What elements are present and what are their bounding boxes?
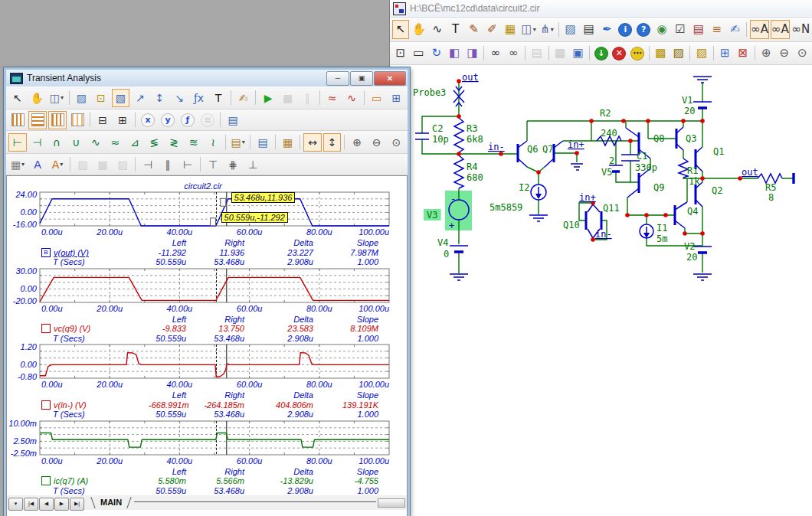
shape-tool[interactable]: ◫▾ <box>47 89 66 107</box>
zoom-in-button[interactable]: ⊕ <box>758 44 774 63</box>
zoom-scale-button[interactable]: ⊙ <box>387 133 405 152</box>
find-node-button[interactable]: ∞N <box>791 20 810 39</box>
crosshair-cursor-button[interactable]: ⊞ <box>113 111 132 129</box>
stop-button[interactable]: ■ <box>279 89 297 107</box>
zoom-in-button[interactable]: ⊕ <box>348 133 366 152</box>
bring-front-button[interactable]: ▩ <box>93 155 112 174</box>
low-button[interactable]: ≈ <box>106 133 125 152</box>
rotate-tool[interactable]: ↻ <box>428 44 444 63</box>
zoom-scale-button[interactable]: ⊙ <box>794 44 810 63</box>
panel-stack-button[interactable] <box>8 111 27 129</box>
find-text-button[interactable]: ∞A <box>750 20 769 39</box>
go-button[interactable]: ↓ <box>593 44 609 63</box>
x-cursor-button[interactable]: x <box>139 111 157 129</box>
trace-name[interactable]: vc(q9) (V) <box>54 324 90 333</box>
send-back-button[interactable]: ▨ <box>113 155 132 174</box>
picture-tool[interactable]: ▨ <box>73 89 91 107</box>
numeric-output-button[interactable]: ▦ <box>279 133 297 152</box>
trace-swatch[interactable] <box>41 476 51 485</box>
plot-area[interactable]: circuit2.cir 24.000.00-16.000.00u20.00u4… <box>6 175 408 516</box>
select-tool[interactable]: ↖ <box>8 89 27 107</box>
trace-swatch[interactable]: B <box>41 248 51 257</box>
scale-tool[interactable]: ↗ <box>131 89 149 107</box>
prev-page-button[interactable]: ◀ <box>39 498 54 511</box>
bring-to-front-button[interactable]: ▩ <box>653 44 669 63</box>
annotate-button[interactable]: ✍ <box>727 20 744 39</box>
grid-button[interactable]: ▦▾ <box>8 155 27 174</box>
info-button[interactable]: i <box>617 20 634 39</box>
send-to-folder-button[interactable]: ▨ <box>74 155 92 174</box>
trace-swatch[interactable] <box>41 400 51 410</box>
fx-cursor-button[interactable]: ƒ <box>178 111 197 129</box>
copy-to-page-button[interactable]: ▩ <box>552 44 568 63</box>
plot-vin-canvas[interactable]: 1.200.00-0.800.00u20.00u40.00u60.00u80.0… <box>9 343 401 390</box>
envelope-button[interactable]: ≀ <box>204 133 222 152</box>
paste-picture-button[interactable]: ▣ <box>570 44 586 63</box>
find-wave-button[interactable]: ∞A <box>771 20 790 39</box>
point-tag-button[interactable]: ∿ <box>342 89 361 107</box>
font-button[interactable]: A <box>28 155 47 174</box>
font-color-button[interactable]: A▾ <box>48 155 67 174</box>
resistor-r4[interactable] <box>454 155 463 188</box>
web-button[interactable]: ◉ <box>653 20 670 39</box>
panel-columns-button[interactable] <box>48 111 67 129</box>
list-button[interactable]: ▤ <box>254 133 272 152</box>
panel-single-button[interactable] <box>68 111 87 129</box>
tab-main[interactable]: MAIN <box>88 497 134 508</box>
y-cursor-button[interactable]: y <box>159 111 177 129</box>
panel-rows-button[interactable] <box>28 111 47 129</box>
signature-tool[interactable]: ✒ <box>598 20 615 39</box>
plot-icq7-canvas[interactable]: 10.00m2.50m-2.50m0.00u20.00u40.00u60.00u… <box>9 420 401 467</box>
trace-swatch[interactable] <box>41 324 51 333</box>
high-button[interactable]: ∿ <box>87 133 105 152</box>
find-repeat-button[interactable]: ∞ <box>506 44 522 63</box>
align-middle-button[interactable]: ⋕ <box>224 155 242 174</box>
schematic-drawing[interactable]: outProbe3C210pR36k8in-R4680V3-+V40Q6Q7in… <box>407 67 812 516</box>
waveform-tag-button[interactable]: ≈ <box>323 89 342 107</box>
select-tool[interactable]: ↖ <box>392 20 409 39</box>
trace-name[interactable]: v(in-) (V) <box>54 400 87 410</box>
scale-vertical-tool[interactable]: ↕ <box>151 89 169 107</box>
align-top-button[interactable]: ⊤ <box>204 155 222 174</box>
pan-tool[interactable]: ✋ <box>28 89 47 107</box>
trace-name[interactable]: ic(q7) (A) <box>54 476 88 485</box>
diagonal-wire-tool[interactable]: ✐ <box>483 20 500 39</box>
data-frame-button[interactable]: ⊞ <box>387 89 405 107</box>
check-report-button[interactable]: ▤ <box>690 20 707 39</box>
trace-name[interactable]: v(out) (V) <box>54 248 89 257</box>
add-page-button[interactable]: ⊞ <box>717 44 733 63</box>
slope-button[interactable]: ⊿ <box>126 133 144 152</box>
shape-tool[interactable]: ◫▾ <box>520 20 537 39</box>
text-tool[interactable]: T <box>447 20 464 39</box>
rows-button[interactable]: ≡ <box>709 20 725 39</box>
next-page-button[interactable]: ▶ <box>54 498 69 511</box>
align-right-button[interactable]: ⊢ <box>178 155 197 174</box>
valley-button[interactable]: ∪ <box>67 133 86 152</box>
edit-data-button[interactable]: ▤ <box>224 111 242 129</box>
graph-select-tool[interactable]: ▧ <box>112 89 130 107</box>
maximize-button[interactable]: ▣ <box>350 71 373 86</box>
zoom-out-button[interactable]: ⊖ <box>368 133 386 152</box>
align-left-button[interactable]: ⊣ <box>139 155 157 174</box>
battery-plates[interactable] <box>450 102 712 247</box>
stop-button[interactable]: ✕ <box>611 44 627 63</box>
sine-source-tool[interactable]: ∿ <box>429 20 446 39</box>
inflection-button[interactable]: ≶ <box>146 133 164 152</box>
peak-button[interactable]: ∩ <box>47 133 66 152</box>
scale-both-tool[interactable]: ↘ <box>170 89 188 107</box>
info-page-button[interactable]: ▤ <box>529 44 545 63</box>
menu-cursor-button[interactable]: ≡ <box>198 111 217 129</box>
cursor-right-button[interactable]: ⊣ <box>28 133 47 152</box>
run-button[interactable]: ▶ <box>259 89 277 107</box>
schematic-canvas[interactable]: outProbe3C210pR36k8in-R4680V3-+V40Q6Q7in… <box>390 65 812 516</box>
close-button[interactable]: ✕ <box>374 71 406 86</box>
plot-vcq9-canvas[interactable]: 30.000.00-20.000.00u20.00u40.00u60.00u80… <box>9 267 401 315</box>
wire-tool[interactable]: ✎ <box>466 20 483 39</box>
capacitor-c2[interactable] <box>415 133 429 139</box>
send-to-back-button[interactable]: ▨ <box>670 44 686 63</box>
scale-vertical-lock-button[interactable]: ↕ <box>323 133 342 152</box>
pan-tool[interactable]: ✋ <box>411 20 427 39</box>
pause-button[interactable]: ‖ <box>298 89 316 107</box>
align-center-button[interactable]: ∥ <box>159 155 177 174</box>
spreadsheet-tool[interactable]: ▤ <box>581 20 598 39</box>
